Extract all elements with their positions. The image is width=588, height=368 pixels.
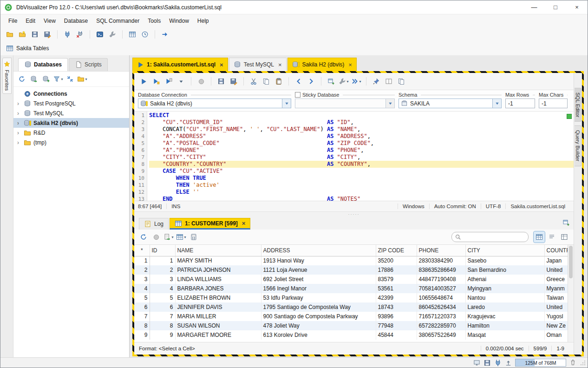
menu-help[interactable]: Help — [193, 16, 213, 26]
filter-button[interactable]: ▾ — [52, 73, 64, 85]
aggregate-button[interactable] — [188, 231, 199, 243]
tab-databases[interactable]: Databases — [18, 58, 68, 71]
grid-cell[interactable]: SUSAN WILSON — [175, 321, 261, 330]
open-in-window-button[interactable] — [326, 76, 337, 87]
menu-database[interactable]: Database — [60, 16, 92, 26]
menu-window[interactable]: Window — [165, 16, 193, 26]
row-number[interactable]: 5 — [134, 293, 150, 302]
row-number[interactable]: 4 — [134, 284, 150, 293]
row-number[interactable]: 2 — [134, 265, 150, 275]
grid-cell[interactable]: Laredo — [465, 302, 544, 312]
grid-cell[interactable]: 1121 Loja Avenue — [261, 265, 376, 275]
side-tab-sql-editor[interactable]: SQL Editor — [575, 88, 581, 122]
grid-cell[interactable]: 6 — [150, 302, 175, 312]
gc-icon[interactable] — [569, 359, 576, 366]
save-as-button[interactable] — [228, 76, 239, 87]
sql-editor[interactable]: 12345678910111213 SELECT "CU"."CUSTOMER_… — [134, 112, 574, 201]
grid-cell[interactable]: 53561 — [376, 284, 417, 293]
grid-cell[interactable]: 77948 — [376, 321, 417, 330]
database-connection-select[interactable]: Sakila H2 (dbvis) — [138, 99, 291, 108]
back-button[interactable] — [293, 76, 304, 87]
column-header-id[interactable]: ID — [150, 245, 175, 256]
row-number[interactable]: 1 — [134, 256, 150, 265]
grid-cell[interactable]: San Bernardino — [465, 265, 544, 275]
grid-cell[interactable]: 8 — [150, 321, 175, 330]
save-as-button[interactable] — [42, 29, 53, 40]
grid-cell[interactable]: JENNIFER DAVIS — [175, 302, 261, 312]
grid-cell[interactable]: 716571220373 — [417, 312, 465, 321]
grid-cell[interactable]: Myingyan — [465, 284, 544, 293]
grid-scrollbar[interactable] — [568, 245, 574, 342]
row-number[interactable]: 6 — [134, 302, 150, 312]
driver-manager-button[interactable] — [107, 29, 118, 40]
expand-chevron-icon[interactable]: › — [17, 120, 21, 126]
tab-scripts[interactable]: Scripts — [69, 58, 108, 71]
grid-cell[interactable]: 613 Korolev Drive — [261, 330, 376, 340]
grid-cell[interactable]: 2 — [150, 265, 175, 275]
close-tab-icon[interactable]: × — [220, 62, 223, 68]
tree-item-r-d[interactable]: ›R&D — [13, 128, 129, 138]
row-number[interactable]: 7 — [134, 312, 150, 321]
grid-cell[interactable]: 1566 Inegl Manor — [261, 284, 376, 293]
format-selector[interactable]: Format: <Select a Cell> — [139, 346, 195, 351]
menu-sql-commander[interactable]: SQL Commander — [92, 16, 144, 26]
execute-current-button[interactable] — [150, 76, 162, 87]
execute-options-button[interactable] — [176, 76, 187, 87]
grid-cell[interactable]: Sasebo — [465, 256, 544, 265]
detach-results-icon[interactable] — [562, 219, 570, 226]
pin-tab-button[interactable] — [371, 76, 382, 87]
close-tab-icon[interactable]: × — [348, 62, 352, 68]
grid-cell[interactable]: 380657522649 — [417, 330, 465, 340]
sql-commander-button[interactable] — [94, 29, 105, 40]
grid-options-button[interactable]: ▾ — [176, 231, 187, 243]
text-view-button[interactable] — [546, 231, 557, 243]
stop-button[interactable] — [196, 76, 207, 87]
editor-tools-button[interactable]: ▾ — [338, 76, 349, 87]
row-number[interactable]: 9 — [134, 330, 150, 340]
grid-cell[interactable]: 657282285970 — [417, 321, 465, 330]
results-tab-log[interactable]: Log — [139, 218, 169, 230]
forward-button[interactable] — [306, 76, 317, 87]
grid-cell[interactable]: Hamilton — [465, 321, 544, 330]
grid-cell[interactable]: MARIA MILLER — [175, 312, 261, 321]
history-button[interactable] — [139, 29, 150, 40]
grid-cell[interactable]: 7 — [150, 312, 175, 321]
editor-tab-1-sakila-customerlist-sql[interactable]: 1: Sakila.customerList.sql× — [132, 58, 228, 71]
grid-cell[interactable]: 1795 Santiago de Compostela Way — [261, 302, 376, 312]
grid-cell[interactable]: 4 — [150, 284, 175, 293]
grid-cell[interactable]: PATRICIA JOHNSON — [175, 265, 261, 275]
cut-button[interactable] — [248, 76, 259, 87]
save-button[interactable] — [216, 76, 227, 87]
grid-cell[interactable]: Nantou — [465, 293, 544, 302]
sticky-database-checkbox[interactable] — [295, 92, 301, 98]
editor-tab-sakila-h2-dbvis[interactable]: Sakila H2 (dbvis)× — [287, 58, 357, 71]
refresh-tree-button[interactable] — [16, 73, 27, 85]
tree-item-test-postgresql[interactable]: ›Test PostgreSQL — [13, 99, 129, 108]
execute-button[interactable] — [138, 76, 149, 87]
sql-code[interactable]: SELECT "CU"."CUSTOMER_ID" AS "ID", CONCA… — [147, 112, 574, 201]
grid-cell[interactable]: MARY SMITH — [175, 256, 261, 265]
column-header-zip-code[interactable]: ZIP CODE — [376, 245, 417, 256]
grid-cell[interactable]: 3 — [150, 275, 175, 284]
close-button[interactable]: × — [566, 0, 588, 14]
grid-cell[interactable]: ELIZABETH BROWN — [175, 293, 261, 302]
grid-cell[interactable]: 838635286649 — [417, 265, 465, 275]
grid-cell[interactable]: 10655648674 — [417, 293, 465, 302]
form-view-button[interactable] — [559, 231, 570, 243]
open-file-button[interactable] — [4, 29, 15, 40]
save-button[interactable] — [29, 29, 40, 40]
grid-cell[interactable]: 705814003527 — [417, 284, 465, 293]
grid-cell[interactable]: 93896 — [376, 312, 417, 321]
maximize-button[interactable]: □ — [545, 0, 566, 14]
grid-cell[interactable]: 17886 — [376, 265, 417, 275]
grid-cell[interactable]: 478 Joliet Way — [261, 321, 376, 330]
grid-cell[interactable]: 45844 — [376, 330, 417, 340]
grid-cell[interactable]: 900 Santiago de Compostela Parkway — [261, 312, 376, 321]
goto-object-button[interactable] — [159, 29, 170, 40]
memory-gauge[interactable]: 125M of 768M — [515, 359, 566, 367]
grid-cell[interactable]: BARBARA JONES — [175, 284, 261, 293]
monitor-icon[interactable] — [473, 359, 480, 366]
status-connections-icon[interactable] — [494, 359, 502, 367]
export-grid-button[interactable]: ▾ — [163, 231, 174, 243]
grid-cell[interactable]: Masqat — [465, 330, 544, 340]
